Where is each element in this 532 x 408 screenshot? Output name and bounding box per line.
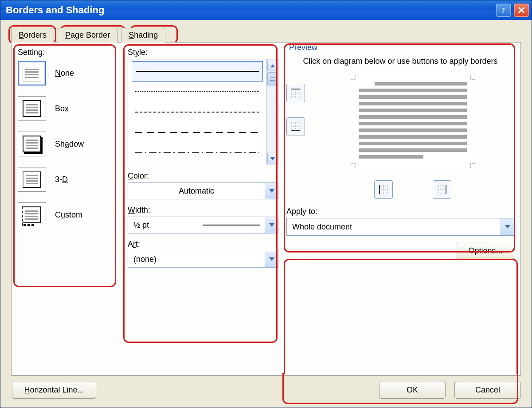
color-value: Automatic bbox=[128, 187, 265, 196]
chevron-down-icon bbox=[265, 183, 278, 199]
style-option-dashed-long[interactable] bbox=[132, 122, 263, 143]
setting-label: Setting: bbox=[18, 48, 120, 57]
color-label: Color: bbox=[128, 171, 278, 181]
preview-help-text: Click on diagram below or use buttons to… bbox=[286, 57, 514, 66]
help-icon: ? bbox=[501, 6, 507, 14]
border-top-icon bbox=[290, 88, 301, 98]
apply-to-dropdown[interactable]: Whole document bbox=[286, 218, 514, 236]
style-label: Style: bbox=[128, 48, 278, 57]
window-title: Borders and Shading bbox=[6, 4, 104, 16]
tab-shading[interactable]: Shading bbox=[121, 28, 165, 43]
options-button[interactable]: Options... bbox=[457, 242, 514, 260]
style-option-dashed-short[interactable] bbox=[132, 102, 263, 122]
chevron-down-icon bbox=[265, 217, 278, 233]
setting-3d[interactable]: 3-D bbox=[18, 167, 120, 192]
border-left-button[interactable] bbox=[374, 180, 393, 199]
titlebar: Borders and Shading ? bbox=[0, 0, 532, 20]
scroll-track[interactable] bbox=[267, 86, 278, 152]
setting-none[interactable]: None bbox=[18, 61, 120, 85]
style-option-solid[interactable] bbox=[132, 61, 263, 82]
border-right-icon bbox=[437, 184, 447, 195]
width-label: Width: bbox=[128, 206, 278, 215]
setting-box[interactable]: Box bbox=[18, 96, 120, 121]
border-top-button[interactable] bbox=[286, 84, 305, 102]
art-dropdown[interactable]: (none) bbox=[128, 251, 278, 268]
scroll-down-button[interactable] bbox=[267, 153, 278, 164]
tab-strip: Borders Page Border Shading bbox=[11, 28, 521, 43]
width-value: ½ pt bbox=[128, 221, 203, 230]
art-value: (none) bbox=[128, 255, 265, 264]
borders-shading-dialog: Borders and Shading ? Borders Page Borde… bbox=[0, 0, 532, 408]
dialog-actions: Horizontal Line... OK Cancel bbox=[11, 376, 521, 399]
scroll-thumb[interactable] bbox=[267, 72, 278, 85]
setting-custom[interactable]: Custom bbox=[18, 202, 120, 227]
preview-page-icon bbox=[359, 82, 467, 159]
chevron-down-icon bbox=[501, 218, 514, 235]
style-listbox[interactable] bbox=[128, 59, 278, 165]
width-dropdown[interactable]: ½ pt bbox=[128, 217, 278, 233]
style-section: Style: bbox=[128, 48, 278, 369]
cancel-button[interactable]: Cancel bbox=[454, 381, 521, 399]
border-left-icon bbox=[378, 184, 389, 195]
apply-to-value: Whole document bbox=[287, 222, 501, 232]
style-scrollbar[interactable] bbox=[266, 59, 278, 165]
tab-panel: Setting: None Box Shadow bbox=[11, 42, 521, 376]
border-right-button[interactable] bbox=[433, 180, 451, 199]
preview-diagram[interactable] bbox=[346, 70, 479, 172]
chevron-down-icon bbox=[265, 251, 278, 267]
setting-shadow[interactable]: Shadow bbox=[18, 132, 120, 156]
art-label: Art: bbox=[128, 240, 278, 249]
tab-page-border[interactable]: Page Border bbox=[58, 28, 117, 43]
preview-label: Preview bbox=[286, 43, 320, 52]
help-button[interactable]: ? bbox=[496, 4, 511, 17]
preview-section: Preview Click on diagram below or use bu… bbox=[286, 48, 514, 199]
scroll-up-button[interactable] bbox=[267, 60, 278, 71]
apply-to-section: Apply to: Whole document Options... bbox=[286, 207, 514, 260]
border-bottom-button[interactable] bbox=[286, 117, 305, 136]
apply-to-label: Apply to: bbox=[286, 207, 514, 216]
svg-text:?: ? bbox=[501, 7, 505, 14]
color-dropdown[interactable]: Automatic bbox=[128, 183, 278, 199]
client-area: Borders Page Border Shading Setting: Non… bbox=[0, 20, 532, 408]
style-option-dash-dot[interactable] bbox=[132, 143, 263, 163]
width-sample-line bbox=[203, 225, 260, 225]
setting-section: Setting: None Box Shadow bbox=[18, 48, 120, 369]
ok-button[interactable]: OK bbox=[379, 381, 446, 399]
close-button[interactable] bbox=[514, 4, 529, 17]
horizontal-line-button[interactable]: Horizontal Line... bbox=[12, 381, 96, 399]
border-bottom-icon bbox=[290, 121, 301, 132]
style-option-dotted[interactable] bbox=[132, 82, 263, 102]
tab-borders[interactable]: Borders bbox=[11, 28, 54, 43]
close-icon bbox=[518, 7, 525, 14]
